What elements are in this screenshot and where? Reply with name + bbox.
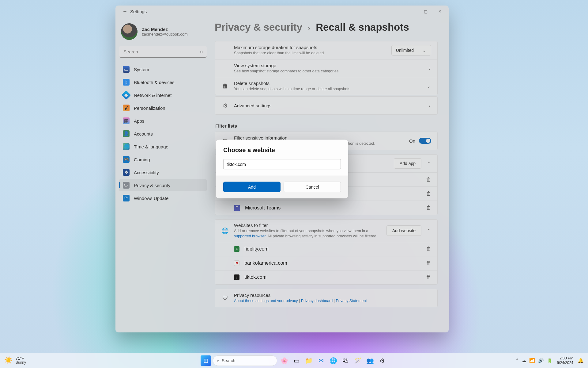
outlook-icon[interactable]: ✉ (316, 355, 326, 366)
settings-icon[interactable]: ⚙ (377, 355, 387, 366)
explorer-icon[interactable]: 📁 (303, 355, 314, 366)
dialog-cancel-button[interactable]: Cancel (284, 182, 341, 192)
taskbar-center: ⊞ ⌕ Search 🌸 ▭ 📁 ✉ 🌐 🛍 🪄 👥 ⚙ (201, 355, 387, 366)
widgets-icon[interactable]: 🌸 (279, 355, 289, 366)
volume-icon[interactable]: 🔊 (538, 358, 544, 363)
taskbar: ☀️ 71°F Sunny ⊞ ⌕ Search 🌸 ▭ 📁 ✉ 🌐 🛍 🪄 👥… (0, 353, 588, 368)
settings-window: ← Settings — ▢ ✕ Zac Mendez zacmendez@ou… (115, 6, 449, 332)
wifi-icon[interactable]: 📶 (529, 358, 535, 363)
taskbar-search[interactable]: ⌕ Search (213, 355, 277, 366)
start-button[interactable]: ⊞ (201, 355, 211, 366)
notifications-icon[interactable]: 🔔 (578, 358, 584, 363)
dialog-add-button[interactable]: Add (223, 182, 281, 192)
system-tray[interactable]: ˄ ☁ 📶 🔊 🔋 (516, 358, 553, 363)
website-url-input[interactable] (223, 159, 341, 170)
dialog-title: Choose a website (223, 147, 341, 154)
battery-icon[interactable]: 🔋 (547, 358, 553, 363)
teams-icon[interactable]: 👥 (365, 355, 375, 366)
onedrive-icon[interactable]: ☁ (522, 358, 526, 363)
store-icon[interactable]: 🛍 (340, 355, 351, 366)
search-icon: ⌕ (217, 358, 219, 363)
copilot-icon[interactable]: 🪄 (352, 355, 363, 366)
choose-website-dialog: Choose a website Add Cancel (216, 140, 348, 198)
sun-icon: ☀️ (4, 356, 13, 364)
taskbar-weather[interactable]: ☀️ 71°F Sunny (4, 356, 26, 365)
task-view-icon[interactable]: ▭ (291, 355, 302, 366)
edge-icon[interactable]: 🌐 (328, 355, 338, 366)
taskbar-clock[interactable]: 2:30 PM 9/24/2024 (557, 356, 573, 365)
chevron-up-icon[interactable]: ˄ (516, 358, 518, 363)
